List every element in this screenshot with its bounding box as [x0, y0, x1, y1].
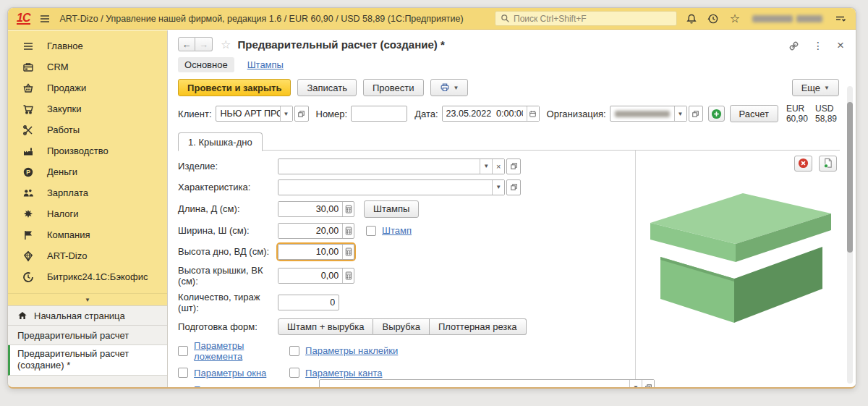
- characteristic-input[interactable]: [278, 180, 492, 195]
- stamp-checkbox[interactable]: [366, 226, 376, 236]
- search-input[interactable]: [514, 14, 671, 24]
- dropdown-arrow-icon[interactable]: ▼: [280, 106, 292, 121]
- notifications-bell-icon[interactable]: [684, 12, 699, 26]
- product-open-button[interactable]: [506, 158, 521, 174]
- calendar-icon[interactable]: [527, 106, 539, 121]
- date-combo[interactable]: [442, 106, 540, 122]
- dropdown-arrow-icon[interactable]: ▼: [480, 159, 492, 174]
- user-name-blurred[interactable]: [752, 15, 822, 22]
- more-button[interactable]: Еще ▼: [792, 79, 839, 96]
- sidebar-item-works[interactable]: Работы: [8, 119, 167, 140]
- calculator-icon[interactable]: [342, 224, 354, 238]
- quantity-input[interactable]: [278, 295, 339, 310]
- height-bottom-input[interactable]: [278, 245, 342, 259]
- characteristic-open-button[interactable]: [506, 179, 521, 195]
- history-icon[interactable]: [706, 12, 720, 26]
- client-open-button[interactable]: [294, 106, 309, 122]
- global-search[interactable]: [495, 11, 677, 26]
- main-menu-hamburger-icon[interactable]: [38, 12, 52, 26]
- param-edging-link[interactable]: Параметры канта: [305, 368, 382, 378]
- save-button[interactable]: Записать: [297, 79, 357, 96]
- taskbar-item-precalc[interactable]: Предварительный расчет: [8, 326, 167, 345]
- date-input[interactable]: [443, 106, 527, 121]
- product-combo[interactable]: ▼ ×: [278, 158, 505, 174]
- param-sticker-link[interactable]: Параметры наклейки: [305, 345, 398, 356]
- scrollbar-thumb[interactable]: [847, 102, 853, 253]
- number-input[interactable]: [351, 106, 407, 122]
- param-edging-checkbox[interactable]: [289, 368, 299, 378]
- vertical-scrollbar[interactable]: [847, 86, 853, 384]
- date-label: Дата:: [414, 109, 438, 119]
- post-button[interactable]: Провести: [363, 79, 424, 96]
- calculator-icon[interactable]: [342, 268, 354, 283]
- stamps-button[interactable]: Штампы: [364, 200, 419, 218]
- back-arrow-button[interactable]: ←: [178, 37, 195, 51]
- sidebar-item-crm[interactable]: CRM: [8, 56, 167, 77]
- load-image-button[interactable]: [819, 156, 837, 172]
- more-dots-icon[interactable]: ⋮: [813, 40, 823, 51]
- forms-prep-plotter-button[interactable]: Плоттерная резка: [430, 318, 527, 335]
- length-input[interactable]: [278, 202, 342, 216]
- post-and-close-button[interactable]: Провести и закрыть: [178, 79, 291, 96]
- tab-main[interactable]: Основное: [178, 57, 234, 72]
- client-combo[interactable]: НЬЮ АРТ ПРО ▼: [216, 106, 293, 122]
- param-lodgement-link[interactable]: Параметры ложемента: [194, 340, 244, 362]
- forms-prep-stamp-cut-button[interactable]: Штамп + вырубка: [278, 318, 373, 335]
- open-icon[interactable]: [642, 380, 654, 389]
- characteristic-combo[interactable]: ▼: [278, 179, 505, 195]
- height-lid-input[interactable]: [278, 268, 342, 283]
- close-icon[interactable]: ×: [837, 41, 844, 50]
- calculator-icon[interactable]: [342, 202, 354, 216]
- param-lodgement-checkbox[interactable]: [178, 346, 188, 356]
- print-button[interactable]: ▼: [430, 79, 469, 96]
- favorite-star-icon[interactable]: ☆: [221, 38, 231, 51]
- organization-combo[interactable]: ▼: [610, 106, 687, 122]
- bottom-clipped-combo[interactable]: ▼: [319, 379, 655, 389]
- tab-lid-bottom[interactable]: 1. Крышка-дно: [178, 132, 263, 151]
- forward-arrow-button[interactable]: →: [195, 37, 213, 51]
- calculator-icon[interactable]: [342, 245, 354, 259]
- param-printing-link[interactable]: Параметры нанесения: [194, 384, 244, 389]
- clear-icon[interactable]: ×: [492, 159, 504, 174]
- cart-icon: [22, 103, 35, 115]
- dropdown-arrow-icon[interactable]: ▼: [674, 106, 686, 121]
- param-window-link[interactable]: Параметры окна: [194, 368, 266, 378]
- height-lid-field[interactable]: [278, 268, 354, 284]
- sidebar-item-taxes[interactable]: Налоги: [8, 203, 167, 224]
- product-input[interactable]: [278, 159, 480, 174]
- sidebar-item-artdizo[interactable]: ART-Dizo: [8, 245, 167, 266]
- dropdown-arrow-icon[interactable]: ▼: [629, 380, 642, 389]
- sidebar-item-salary[interactable]: Зарплата: [8, 182, 167, 203]
- add-button[interactable]: [708, 106, 725, 122]
- width-input[interactable]: [278, 224, 342, 238]
- taskbar-item-precalc-new[interactable]: Предварительный расчет (создание) *: [8, 345, 167, 376]
- height-bottom-field[interactable]: [278, 244, 354, 260]
- delete-image-button[interactable]: [794, 156, 812, 172]
- sidebar-item-purchases[interactable]: Закупки: [8, 98, 167, 119]
- sidebar-item-sales[interactable]: Продажи: [8, 77, 167, 98]
- open-windows-panel: Начальная страница Предварительный расче…: [8, 305, 167, 387]
- taskbar-item-home[interactable]: Начальная страница: [8, 306, 167, 326]
- sidebar-item-production[interactable]: Производство: [8, 140, 167, 161]
- client-value: НЬЮ АРТ ПРО: [216, 106, 280, 121]
- user-menu-icon[interactable]: [833, 12, 847, 26]
- sidebar-collapse-button[interactable]: ▼: [8, 293, 167, 305]
- tab-stamps[interactable]: Штампы: [246, 57, 285, 72]
- sidebar-item-company[interactable]: Компания: [8, 224, 167, 245]
- forms-prep-cut-button[interactable]: Вырубка: [373, 318, 429, 335]
- sidebar-item-bitrix[interactable]: Битрикс24.1С:Бэкофис: [8, 266, 167, 287]
- get-link-icon[interactable]: [788, 41, 799, 51]
- sidebar-item-main[interactable]: Главное: [8, 35, 167, 56]
- calc-button[interactable]: Расчет: [730, 105, 778, 122]
- document-load-icon: [822, 158, 833, 169]
- bottom-clipped-input[interactable]: [320, 380, 629, 389]
- stamp-link[interactable]: Штамп: [382, 225, 412, 236]
- dropdown-arrow-icon[interactable]: ▼: [492, 180, 504, 195]
- organization-open-button[interactable]: [689, 106, 703, 122]
- sidebar-item-money[interactable]: Р Деньги: [8, 161, 167, 182]
- param-window-checkbox[interactable]: [178, 368, 188, 378]
- width-field[interactable]: [278, 223, 354, 239]
- param-sticker-checkbox[interactable]: [289, 346, 299, 356]
- length-field[interactable]: [278, 201, 354, 217]
- favorites-star-icon[interactable]: ☆: [728, 12, 742, 26]
